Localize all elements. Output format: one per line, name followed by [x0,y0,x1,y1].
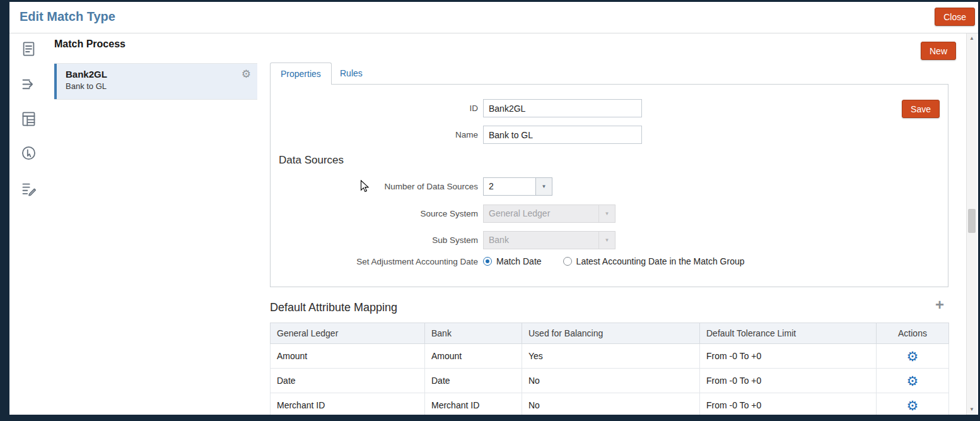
id-label: ID [271,104,483,113]
name-label: Name [271,130,483,139]
cell-used-for-balancing: Yes [522,344,700,369]
number-of-data-sources-combobox[interactable]: 2 ▼ [483,177,552,196]
scroll-down-icon[interactable]: ▼ [967,405,977,415]
set-adjustment-accounting-date-label: Set Adjustment Accounting Date [271,257,483,266]
radio-latest-accounting-date[interactable]: Latest Accounting Date in the Match Grou… [563,256,745,266]
pointer-circle-icon [20,145,37,162]
cell-general-ledger: Amount [271,344,425,369]
table-row: Merchant ID Merchant ID No From -0 To +0… [271,393,949,415]
cell-bank: Date [425,369,522,393]
add-mapping-plus-icon[interactable]: + [935,297,944,312]
column-default-tolerance-limit: Default Tolerance Limit [700,323,877,344]
adjustment-date-radio-group: Match Date Latest Accounting Date in the… [483,256,745,266]
page-title: Edit Match Type [20,9,115,24]
name-field[interactable] [483,126,642,144]
cell-default-tolerance-limit: From -0 To +0 [700,369,877,393]
properties-panel: Save ID Name Data Sources Number of Data… [270,84,948,287]
row-actions-gear-icon[interactable]: ⚙ [907,349,919,364]
sub-system-value: Bank [484,232,598,249]
row-actions-gear-icon[interactable]: ⚙ [907,398,919,413]
table-row: Date Date No From -0 To +0 ⚙ [271,369,949,393]
match-process-heading: Match Process [54,39,125,50]
arrow-transfer-icon [20,76,37,93]
dropdown-arrow-icon[interactable]: ▼ [535,178,552,195]
tab-properties[interactable]: Properties [270,62,332,85]
list-edit-icon [20,181,37,198]
left-icon-rail [9,33,49,415]
column-used-for-balancing: Used for Balancing [522,323,700,344]
sub-system-select: Bank ▼ [483,231,615,249]
cell-bank: Merchant ID [425,393,522,415]
default-attribute-mapping-heading: Default Attribute Mapping [270,301,397,314]
dropdown-arrow-icon: ▼ [598,205,615,222]
radio-latest-date-label: Latest Accounting Date in the Match Grou… [576,256,745,266]
vertical-scrollbar[interactable]: ▲ ▼ [966,33,977,415]
new-button[interactable]: New [921,42,956,60]
sidebar-item-match-process[interactable] [18,74,38,94]
radio-unselected-icon[interactable] [563,257,572,266]
source-system-label: Source System [271,209,483,218]
mouse-cursor [360,180,370,193]
data-sources-heading: Data Sources [279,154,344,167]
sidebar-item-report[interactable] [18,39,38,59]
list-item-description: Bank to GL [66,81,257,91]
radio-match-date-label: Match Date [496,256,542,266]
window-content: Edit Match Type Close [9,2,978,415]
attribute-mapping-table: General Ledger Bank Used for Balancing D… [270,323,949,415]
sidebar-item-audit[interactable] [18,179,38,199]
source-system-select: General Ledger ▼ [483,205,615,223]
app-header: Edit Match Type Close [9,2,978,33]
scroll-up-icon[interactable]: ▲ [967,33,977,44]
scrollbar-thumb[interactable] [968,209,976,233]
table-header-row: General Ledger Bank Used for Balancing D… [271,323,949,344]
column-bank: Bank [425,323,522,344]
table-row: Amount Amount Yes From -0 To +0 ⚙ [271,344,949,369]
dropdown-arrow-icon: ▼ [598,232,615,249]
column-actions: Actions [877,323,949,344]
column-general-ledger: General Ledger [271,323,425,344]
row-actions-gear-icon[interactable]: ⚙ [907,374,919,388]
radio-selected-icon[interactable] [483,257,492,266]
number-of-data-sources-label: Number of Data Sources [271,182,483,191]
match-process-list: Bank2GL Bank to GL ⚙ [54,63,257,100]
cell-bank: Amount [425,344,522,369]
list-item-bank2gl[interactable]: Bank2GL Bank to GL ⚙ [54,64,257,99]
tab-rules[interactable]: Rules [335,62,368,85]
cell-used-for-balancing: No [522,393,700,415]
cell-default-tolerance-limit: From -0 To +0 [700,393,877,415]
spreadsheet-icon [20,110,37,127]
item-settings-gear-icon[interactable]: ⚙ [242,68,251,81]
list-item-name: Bank2GL [66,69,257,80]
radio-match-date[interactable]: Match Date [483,256,542,266]
sidebar-item-data-table[interactable] [18,109,38,129]
cell-used-for-balancing: No [522,369,700,393]
sidebar-item-activity[interactable] [18,143,38,163]
cell-general-ledger: Merchant ID [271,393,425,415]
cell-default-tolerance-limit: From -0 To +0 [700,344,877,369]
sub-system-label: Sub System [271,235,483,245]
combobox-value: 2 [484,178,535,195]
edit-match-type-window: Edit Match Type Close [0,0,980,421]
cell-general-ledger: Date [271,369,425,393]
close-button[interactable]: Close [935,8,975,26]
id-field[interactable] [483,99,642,117]
report-icon [20,40,37,57]
source-system-value: General Ledger [484,205,598,222]
